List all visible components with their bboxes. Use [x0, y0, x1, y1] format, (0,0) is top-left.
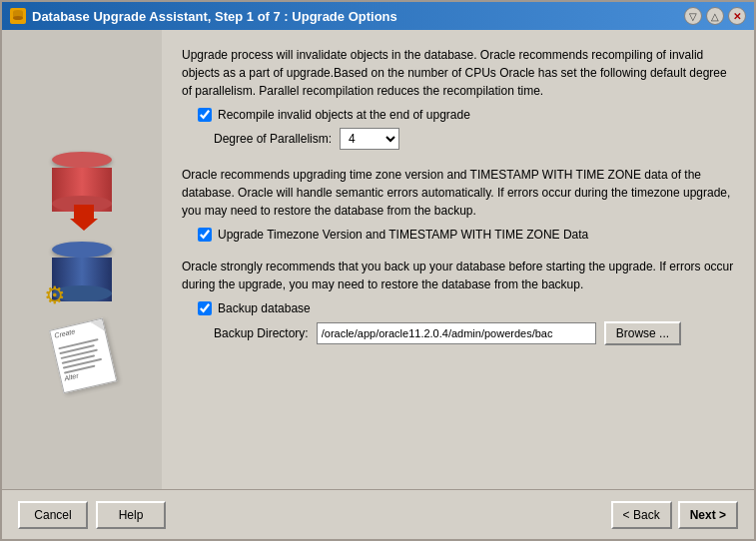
- window-body: ⚙ Create: [2, 30, 754, 539]
- document-icon: Create Alter: [50, 309, 115, 391]
- browse-button[interactable]: Browse ...: [604, 321, 681, 345]
- svg-marker-3: [70, 205, 98, 231]
- footer: Cancel Help < Back Next >: [2, 489, 754, 539]
- recompile-checkbox[interactable]: [198, 108, 212, 122]
- target-database: ⚙: [52, 242, 112, 301]
- recompile-description: Upgrade process will invalidate objects …: [182, 46, 734, 100]
- app-icon: [10, 8, 26, 24]
- db2-top: [52, 242, 112, 258]
- minimize-button[interactable]: ▽: [684, 7, 702, 25]
- window-title: Database Upgrade Assistant, Step 1 of 7 …: [32, 9, 397, 24]
- backup-checkbox-label: Backup database: [218, 301, 311, 315]
- backup-description: Oracle strongly recommends that you back…: [182, 258, 734, 293]
- sidebar-illustration: ⚙ Create: [2, 30, 162, 489]
- timezone-section: Oracle recommends upgrading time zone ve…: [182, 166, 734, 242]
- footer-left-buttons: Cancel Help: [18, 501, 166, 529]
- db1-top: [52, 152, 112, 168]
- next-button[interactable]: Next >: [678, 501, 738, 529]
- maximize-button[interactable]: △: [706, 7, 724, 25]
- timezone-checkbox-row: Upgrade Timezone Version and TIMESTAMP W…: [198, 228, 734, 242]
- down-arrow: [70, 203, 98, 234]
- parallelism-select[interactable]: 1 2 3 4 8 16: [340, 128, 399, 150]
- svg-point-2: [13, 16, 23, 20]
- timezone-checkbox[interactable]: [198, 228, 212, 242]
- backup-directory-row: Backup Directory: Browse ...: [214, 321, 734, 345]
- cancel-button[interactable]: Cancel: [18, 501, 88, 529]
- recompile-section: Upgrade process will invalidate objects …: [182, 46, 734, 150]
- close-button[interactable]: ✕: [728, 7, 746, 25]
- illustration: ⚙ Create: [52, 152, 112, 388]
- help-button[interactable]: Help: [96, 501, 166, 529]
- back-button[interactable]: < Back: [611, 501, 672, 529]
- recompile-checkbox-row: Recompile invalid objects at the end of …: [198, 108, 734, 122]
- main-window: Database Upgrade Assistant, Step 1 of 7 …: [0, 0, 756, 541]
- timezone-checkbox-label: Upgrade Timezone Version and TIMESTAMP W…: [218, 228, 588, 242]
- content-area: Upgrade process will invalidate objects …: [162, 30, 754, 489]
- source-database: [52, 152, 112, 212]
- paper: Create Alter: [49, 317, 117, 393]
- footer-right-buttons: < Back Next >: [611, 501, 738, 529]
- title-bar-left: Database Upgrade Assistant, Step 1 of 7 …: [10, 8, 397, 24]
- backup-checkbox-row: Backup database: [198, 301, 734, 315]
- parallelism-label: Degree of Parallelism:: [214, 132, 332, 146]
- backup-directory-input[interactable]: [317, 322, 596, 344]
- recompile-checkbox-label: Recompile invalid objects at the end of …: [218, 108, 470, 122]
- title-bar: Database Upgrade Assistant, Step 1 of 7 …: [2, 2, 754, 30]
- backup-section: Oracle strongly recommends that you back…: [182, 258, 734, 345]
- backup-checkbox[interactable]: [198, 301, 212, 315]
- parallelism-row: Degree of Parallelism: 1 2 3 4 8 16: [214, 128, 734, 150]
- backup-directory-label: Backup Directory:: [214, 326, 309, 340]
- main-content: ⚙ Create: [2, 30, 754, 489]
- gear-icon: ⚙: [44, 281, 66, 309]
- title-bar-controls: ▽ △ ✕: [684, 7, 746, 25]
- timezone-description: Oracle recommends upgrading time zone ve…: [182, 166, 734, 220]
